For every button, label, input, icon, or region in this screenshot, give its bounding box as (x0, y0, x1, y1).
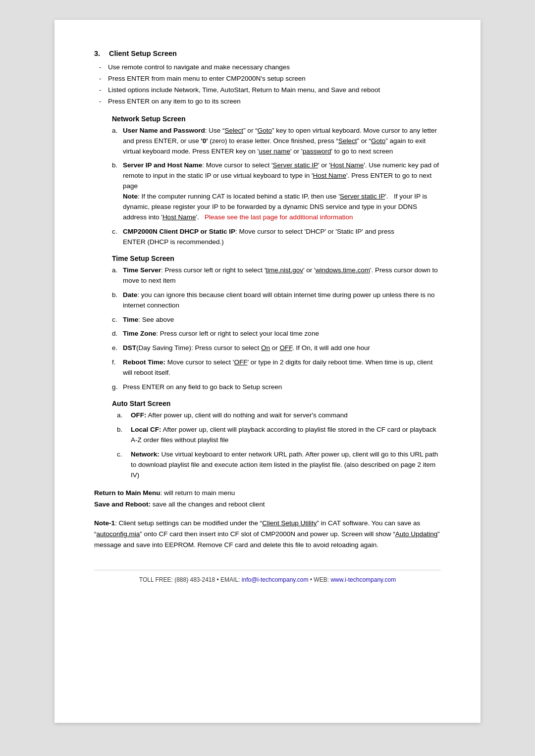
time-content-e: DST(Day Saving Time): Press cursor to se… (123, 343, 441, 353)
network-item-b: b. Server IP and Host Name: Move cursor … (112, 160, 441, 223)
network-label-b: b. (112, 160, 123, 171)
bullet-3: Listed options include Network, Time, Au… (94, 85, 441, 96)
time-content-g: Press ENTER on any field to go back to S… (123, 382, 441, 393)
bullet-1: Use remote control to navigate and make … (94, 62, 441, 73)
network-label-a: a. (112, 126, 123, 136)
time-label-a: a. (112, 265, 123, 276)
page: 3. Client Setup Screen Use remote contro… (54, 20, 481, 723)
footer-email-label: EMAIL: (220, 576, 240, 583)
autostart-content-a: OFF: After power up, client will do noth… (131, 410, 441, 421)
note1-section: Note-1: Client setup settings can be mod… (94, 518, 441, 550)
time-content-a: Time Server: Press cursor left or right … (123, 265, 441, 286)
footer-toll-free: TOLL FREE: (888) 483-2418 (139, 576, 215, 583)
network-label-c: c. (112, 227, 123, 237)
autostart-item-a: a. OFF: After power up, client will do n… (117, 410, 441, 421)
time-item-d: d. Time Zone: Press cursor left or right… (112, 329, 441, 339)
network-item-c: c. CMP2000N Client DHCP or Static IP: Mo… (112, 227, 441, 248)
footer-email-link[interactable]: info@i-techcompany.com (242, 576, 309, 583)
autostart-item-c: c. Network: Use virtual keyboard to ente… (117, 450, 441, 481)
save-bold: Save and Reboot: (94, 501, 151, 508)
autostart-title: Auto Start Screen (112, 400, 441, 407)
autostart-label-a: a. (117, 410, 131, 421)
autostart-label-b: b. (117, 425, 131, 435)
section3-number: 3. (94, 50, 109, 57)
time-item-c: c. Time: See above (112, 315, 441, 325)
footer: TOLL FREE: (888) 483-2418 • EMAIL: info@… (94, 570, 441, 583)
time-content-f: Reboot Time: Move cursor to select 'OFF'… (123, 357, 441, 378)
network-bold-c: CMP2000N Client DHCP or Static IP (123, 228, 235, 235)
time-content-b: Date: you can ignore this because client… (123, 290, 441, 311)
network-bold-b: Server IP and Host Name (123, 161, 202, 169)
network-alpha-list: a. User Name and Password: Use “Select” … (112, 126, 441, 248)
time-item-g: g. Press ENTER on any field to go back t… (112, 382, 441, 393)
save-text: save all the changes and reboot client (151, 501, 265, 508)
network-setup-section: Network Setup Screen a. User Name and Pa… (112, 115, 441, 248)
time-content-d: Time Zone: Press cursor left or right to… (123, 329, 441, 339)
time-setup-section: Time Setup Screen a. Time Server: Press … (112, 254, 441, 393)
network-red-text-b: Please see the last page for additional … (205, 213, 353, 221)
network-setup-title: Network Setup Screen (112, 115, 441, 123)
network-content-a: User Name and Password: Use “Select” or … (123, 126, 441, 157)
network-item-a: a. User Name and Password: Use “Select” … (112, 126, 441, 157)
time-label-d: d. (112, 329, 123, 339)
network-note-label-b: Note (123, 193, 138, 200)
section3-header: 3. Client Setup Screen (94, 50, 441, 60)
time-item-a: a. Time Server: Press cursor left or rig… (112, 265, 441, 286)
time-setup-title: Time Setup Screen (112, 254, 441, 262)
autostart-section: Auto Start Screen a. OFF: After power up… (112, 400, 441, 481)
note1-text: : Client setup settings can be modified … (94, 519, 440, 548)
time-label-f: f. (112, 357, 123, 368)
time-item-e: e. DST(Day Saving Time): Press cursor to… (112, 343, 441, 353)
time-content-c: Time: See above (123, 315, 441, 325)
time-label-b: b. (112, 290, 123, 301)
network-content-c: CMP2000N Client DHCP or Static IP: Move … (123, 227, 441, 248)
autostart-label-c: c. (117, 450, 131, 460)
section3-bullets: Use remote control to navigate and make … (94, 62, 441, 107)
autostart-item-b: b. Local CF: After power up, client will… (117, 425, 441, 446)
time-item-f: f. Reboot Time: Move cursor to select 'O… (112, 357, 441, 378)
time-label-g: g. (112, 382, 123, 393)
autostart-content-c: Network: Use virtual keyboard to enter n… (131, 450, 441, 481)
note1-label: Note-1 (94, 519, 115, 527)
return-bold: Return to Main Menu (94, 489, 160, 497)
footer-web-link[interactable]: www.i-techcompany.com (330, 576, 396, 583)
section3-title: Client Setup Screen (109, 50, 177, 57)
save-line: Save and Reboot: save all the changes an… (94, 499, 441, 510)
time-alpha-list: a. Time Server: Press cursor left or rig… (112, 265, 441, 393)
autostart-alpha-list: a. OFF: After power up, client will do n… (117, 410, 441, 481)
bullet-2: Press ENTER from main menu to enter CMP2… (94, 74, 441, 84)
autostart-content-b: Local CF: After power up, client will pl… (131, 425, 441, 446)
return-save-section: Return to Main Menu: will return to main… (94, 488, 441, 510)
bullet-4: Press ENTER on any item to go to its scr… (94, 97, 441, 107)
network-content-b: Server IP and Host Name: Move cursor to … (123, 160, 441, 223)
return-line: Return to Main Menu: will return to main… (94, 488, 441, 499)
time-item-b: b. Date: you can ignore this because cli… (112, 290, 441, 311)
footer-web-label: WEB: (314, 576, 329, 583)
time-label-c: c. (112, 315, 123, 325)
time-label-e: e. (112, 343, 123, 353)
return-text: : will return to main menu (160, 489, 235, 497)
network-bold-a: User Name and Password (123, 127, 205, 134)
